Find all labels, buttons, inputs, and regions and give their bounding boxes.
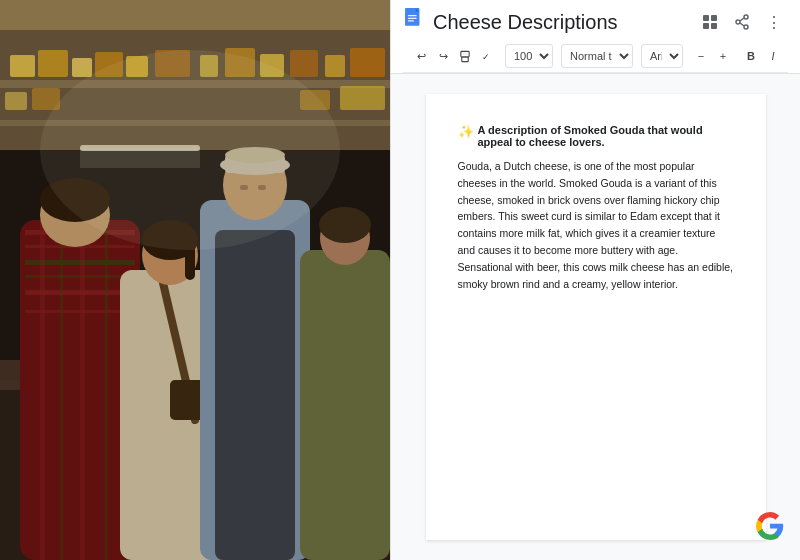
grid-view-button[interactable]: [696, 8, 724, 36]
svg-point-67: [744, 15, 748, 19]
svg-point-69: [744, 25, 748, 29]
underline-button[interactable]: U: [785, 44, 788, 68]
svg-line-70: [740, 18, 744, 21]
svg-point-56: [40, 50, 340, 250]
italic-button[interactable]: I: [763, 44, 783, 68]
print-button[interactable]: [455, 44, 475, 68]
share-button[interactable]: [728, 8, 756, 36]
svg-rect-60: [408, 15, 417, 16]
sparkle-icon: ✨: [458, 124, 474, 139]
prompt-text: A description of Smoked Gouda that would…: [478, 124, 734, 148]
svg-rect-63: [703, 15, 709, 21]
document-content-area: ✨ A description of Smoked Gouda that wou…: [391, 74, 800, 560]
spellcheck-button[interactable]: ✓: [477, 44, 497, 68]
google-logo: [756, 512, 784, 544]
document-title[interactable]: Cheese Descriptions: [433, 11, 688, 34]
docs-header: Cheese Descriptions: [391, 0, 800, 74]
svg-point-68: [736, 20, 740, 24]
svg-rect-62: [408, 20, 414, 21]
svg-rect-61: [408, 18, 417, 19]
redo-button[interactable]: ↪: [433, 44, 453, 68]
ai-prompt: ✨ A description of Smoked Gouda that wou…: [458, 124, 734, 148]
more-options-button[interactable]: ⋮: [760, 8, 788, 36]
font-size-increase-button[interactable]: +: [713, 44, 733, 68]
font-size-decrease-button[interactable]: −: [691, 44, 711, 68]
svg-rect-65: [703, 23, 709, 29]
document-body-text[interactable]: Gouda, a Dutch cheese, is one of the mos…: [458, 158, 734, 292]
google-docs-icon: [403, 8, 425, 36]
photo-panel: [0, 0, 390, 560]
toolbar: ↩ ↪ ✓ 100% 75%: [403, 40, 788, 73]
svg-rect-73: [462, 56, 468, 61]
font-select[interactable]: Arial Times New Roman Courier New: [641, 44, 683, 68]
svg-rect-64: [711, 15, 717, 21]
undo-button[interactable]: ↩: [411, 44, 431, 68]
svg-text:✓: ✓: [482, 51, 490, 61]
svg-line-71: [740, 23, 744, 26]
svg-rect-74: [463, 52, 468, 55]
docs-panel: Cheese Descriptions: [390, 0, 800, 560]
bold-button[interactable]: B: [741, 44, 761, 68]
zoom-select[interactable]: 100% 75% 125% 150%: [505, 44, 553, 68]
header-icons: ⋮: [696, 8, 788, 36]
svg-rect-66: [711, 23, 717, 29]
style-select[interactable]: Normal text Heading 1 Heading 2: [561, 44, 633, 68]
document-page: ✨ A description of Smoked Gouda that wou…: [426, 94, 766, 540]
